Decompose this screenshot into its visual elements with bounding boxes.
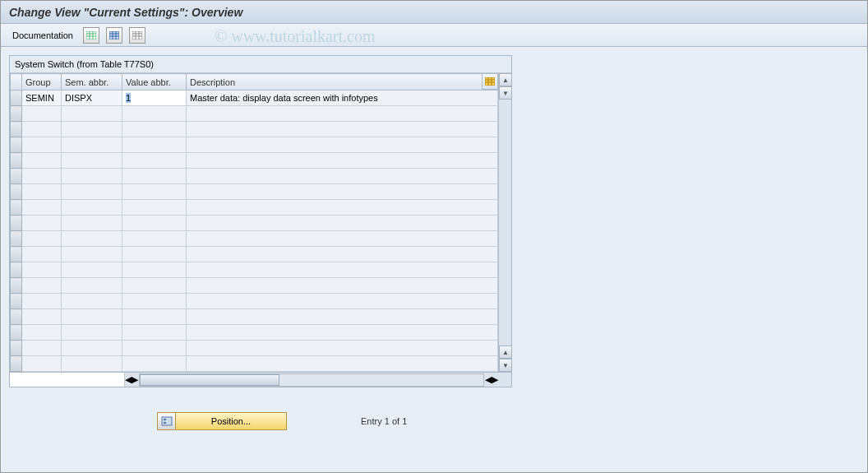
cell-group: SEMIN [22,90,62,106]
row-selector[interactable] [11,247,22,262]
table-row-empty [11,325,498,341]
vertical-scrollbar[interactable]: ▲ ▼ ▲ ▼ [498,73,511,372]
row-selector[interactable] [11,153,22,169]
table-row-empty [11,247,498,262]
col-desc-header[interactable]: Description [187,74,498,90]
table-row-empty [11,356,498,372]
row-selector[interactable] [11,90,22,106]
toolbar-icon-3[interactable] [129,27,145,44]
svg-rect-20 [162,417,172,425]
title-bar: Change View "Current Settings": Overview [1,1,867,24]
row-selector[interactable] [11,122,22,137]
col-value-header[interactable]: Value abbr. [122,74,187,90]
col-selector-header[interactable] [11,74,22,90]
row-selector[interactable] [11,169,22,184]
table-row-empty [11,216,498,231]
row-selector[interactable] [11,231,22,247]
table-row-empty [11,137,498,153]
svg-rect-15 [485,77,495,86]
settings-table: Group Sem. abbr. Value abbr. Description… [10,73,498,372]
toolbar: Documentation [1,24,867,47]
col-group-header[interactable]: Group [22,74,62,90]
row-selector[interactable] [11,200,22,216]
table-row-empty [11,184,498,200]
row-selector[interactable] [11,106,22,122]
cell-value[interactable] [122,90,187,106]
page-title: Change View "Current Settings": Overview [9,6,242,19]
scroll-up-arrow[interactable]: ▲ [499,73,512,86]
toolbar-icon-1[interactable] [83,27,99,44]
table-deselect-icon [132,31,142,39]
position-button-label: Position... [176,416,286,426]
table-row-empty [11,200,498,216]
documentation-button[interactable]: Documentation [9,29,76,42]
table-row-empty [11,341,498,356]
svg-rect-22 [164,422,166,424]
hscroll-track[interactable] [139,373,484,387]
table-row-empty [11,262,498,278]
row-selector[interactable] [11,278,22,294]
row-selector[interactable] [11,184,22,200]
table-settings-button[interactable] [482,73,498,90]
table-row-empty [11,153,498,169]
hscroll-left-end[interactable]: ◀ [485,374,492,385]
row-selector[interactable] [11,341,22,356]
scroll-down-arrow-bottom[interactable]: ▼ [499,359,512,372]
row-selector[interactable] [11,294,22,309]
scroll-up-arrow-bottom[interactable]: ▲ [499,345,512,359]
table-row-empty [11,278,498,294]
hscroll-right-start[interactable]: ▶ [132,374,138,385]
table-row-empty [11,309,498,325]
table-row-empty [11,231,498,247]
row-selector[interactable] [11,356,22,372]
row-selector[interactable] [11,216,22,231]
scroll-down-arrow[interactable]: ▼ [499,86,512,100]
cell-desc: Master data: display data screen with in… [187,90,498,106]
position-icon [158,413,176,429]
table-row-empty [11,169,498,184]
grid-caption: System Switch (from Table T77S0) [10,56,511,73]
table-grid-icon [86,31,96,39]
col-sem-header[interactable]: Sem. abbr. [62,74,122,90]
svg-rect-21 [164,419,166,420]
toolbar-icon-2[interactable] [106,27,122,44]
cell-sem: DISPX [62,90,122,106]
row-selector[interactable] [11,137,22,153]
svg-rect-5 [109,31,119,39]
row-selector[interactable] [11,309,22,325]
svg-rect-0 [86,31,96,39]
table-select-icon [109,31,119,39]
table-row-empty [11,106,498,122]
position-button[interactable]: Position... [157,412,287,430]
hscroll-left-start[interactable]: ◀ [125,374,132,385]
horizontal-scrollbar-row: ◀ ▶ ◀ ▶ [10,372,511,387]
hscroll-right-end[interactable]: ▶ [492,374,498,385]
table-row-empty [11,122,498,137]
svg-rect-10 [132,31,142,39]
row-selector[interactable] [11,325,22,341]
value-input[interactable] [126,93,182,103]
table-row-empty [11,294,498,309]
grid-panel: System Switch (from Table T77S0) Group S… [9,55,512,387]
table-row[interactable]: SEMINDISPXMaster data: display data scre… [11,90,498,106]
entry-counter: Entry 1 of 1 [361,416,407,426]
row-selector[interactable] [11,262,22,278]
hscroll-thumb[interactable] [140,374,279,386]
table-config-icon [485,77,495,86]
